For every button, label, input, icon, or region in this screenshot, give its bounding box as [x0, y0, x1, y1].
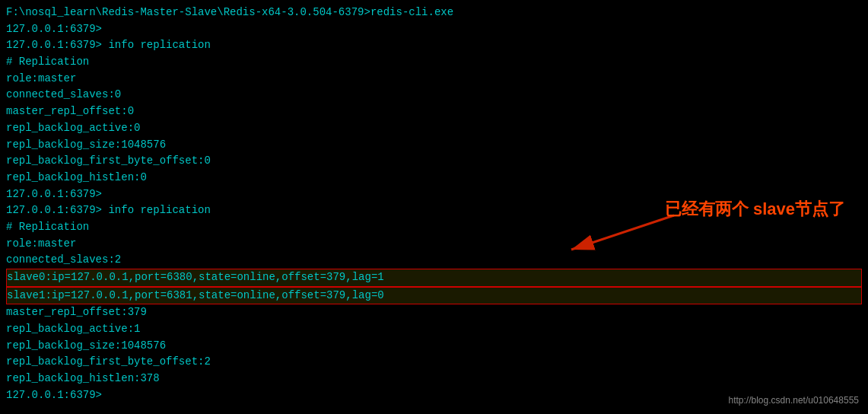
terminal-line: slave1:ip=127.0.0.1,port=6381,state=onli… — [6, 287, 862, 305]
terminal: F:\nosql_learn\Redis-Master-Slave\Redis-… — [0, 0, 868, 414]
terminal-line: repl_backlog_histlen:0 — [6, 170, 862, 186]
terminal-line: role:master — [6, 236, 862, 253]
terminal-line: connected_slaves:0 — [6, 87, 862, 104]
terminal-line: repl_backlog_active:1 — [6, 321, 862, 338]
terminal-line: role:master — [6, 71, 862, 88]
terminal-line: slave0:ip=127.0.0.1,port=6380,state=onli… — [6, 269, 862, 287]
arrow-icon — [556, 212, 678, 257]
terminal-line: repl_backlog_histlen:378 — [6, 371, 862, 387]
terminal-line: 127.0.0.1:6379> — [6, 21, 862, 38]
annotation-text: 已经有两个 slave节点了 — [665, 196, 845, 222]
terminal-line: master_repl_offset:379 — [6, 304, 862, 321]
terminal-line: 127.0.0.1:6379> info replication — [6, 37, 862, 54]
svg-line-1 — [571, 215, 674, 250]
terminal-line: repl_backlog_size:1048576 — [6, 137, 862, 154]
terminal-line: repl_backlog_size:1048576 — [6, 338, 862, 355]
terminal-line: F:\nosql_learn\Redis-Master-Slave\Redis-… — [6, 5, 862, 21]
terminal-line: repl_backlog_first_byte_offset:0 — [6, 153, 862, 170]
watermark: http://blog.csdn.net/u010648555 — [729, 393, 859, 408]
terminal-line: repl_backlog_first_byte_offset:2 — [6, 354, 862, 371]
terminal-line: master_repl_offset:0 — [6, 104, 862, 120]
terminal-line: repl_backlog_active:0 — [6, 120, 862, 137]
terminal-line: # Replication — [6, 54, 862, 71]
terminal-line: connected_slaves:2 — [6, 252, 862, 269]
